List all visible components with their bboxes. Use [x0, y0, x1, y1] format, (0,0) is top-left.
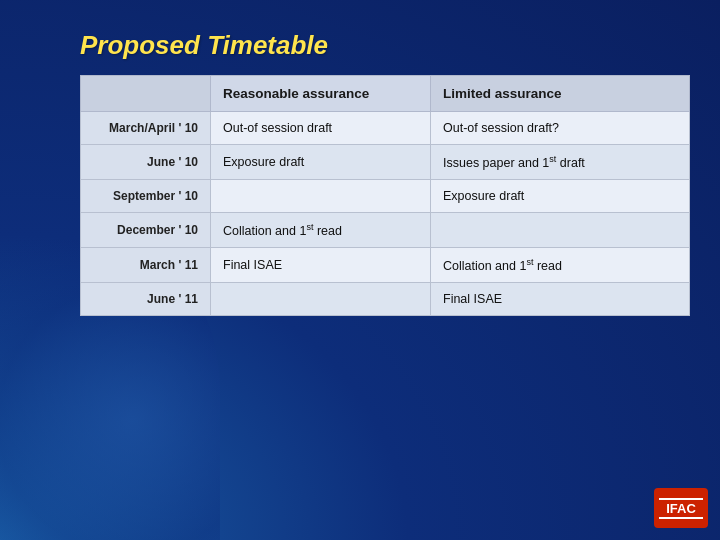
cell-period: March ' 11: [81, 248, 211, 283]
logo-text: IFAC: [666, 502, 696, 515]
cell-period: September ' 10: [81, 180, 211, 213]
cell-limited: Issues paper and 1st draft: [431, 145, 690, 180]
header-limited: Limited assurance: [431, 76, 690, 112]
cell-reasonable: [211, 283, 431, 316]
ifac-logo: IFAC: [654, 488, 708, 528]
cell-limited: [431, 213, 690, 248]
cell-period: June ' 11: [81, 283, 211, 316]
cell-limited: Exposure draft: [431, 180, 690, 213]
cell-reasonable: Collation and 1st read: [211, 213, 431, 248]
cell-reasonable: Exposure draft: [211, 145, 431, 180]
cell-limited: Collation and 1st read: [431, 248, 690, 283]
timetable: Reasonable assurance Limited assurance M…: [80, 75, 690, 316]
table-row: December ' 10Collation and 1st read: [81, 213, 690, 248]
logo-line-bottom: [659, 517, 702, 519]
logo-line-top: [659, 498, 702, 500]
table-row: September ' 10Exposure draft: [81, 180, 690, 213]
cell-period: June ' 10: [81, 145, 211, 180]
cell-period: December ' 10: [81, 213, 211, 248]
cell-limited: Final ISAE: [431, 283, 690, 316]
table-row: June ' 11Final ISAE: [81, 283, 690, 316]
cell-reasonable: Out-of session draft: [211, 112, 431, 145]
cell-limited: Out-of session draft?: [431, 112, 690, 145]
cell-reasonable: Final ISAE: [211, 248, 431, 283]
cell-period: March/April ' 10: [81, 112, 211, 145]
table-row: March ' 11Final ISAECollation and 1st re…: [81, 248, 690, 283]
header-reasonable: Reasonable assurance: [211, 76, 431, 112]
main-container: Proposed Timetable Reasonable assurance …: [80, 30, 690, 510]
table-row: June ' 10Exposure draftIssues paper and …: [81, 145, 690, 180]
header-period: [81, 76, 211, 112]
table-row: March/April ' 10Out-of session draftOut-…: [81, 112, 690, 145]
cell-reasonable: [211, 180, 431, 213]
page-title: Proposed Timetable: [80, 30, 690, 61]
